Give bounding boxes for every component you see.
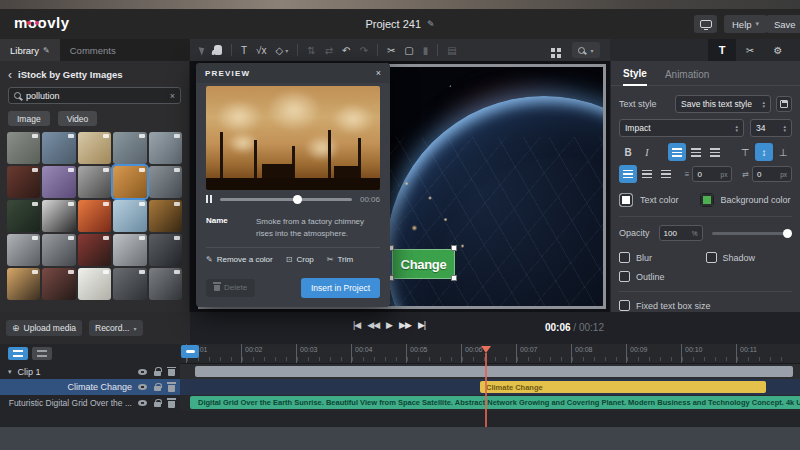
save-button[interactable]: Save ▾: [766, 15, 800, 33]
clip-digital-grid[interactable]: Digital Grid Over the Earth Sunrise. Bea…: [190, 396, 800, 409]
trim-button[interactable]: ✂ Trim: [327, 255, 353, 264]
fixed-text-box-checkbox[interactable]: [619, 300, 630, 311]
thumbnail[interactable]: [113, 200, 146, 232]
paste-icon[interactable]: ▮: [423, 45, 429, 56]
thumbnail[interactable]: [7, 234, 40, 266]
presentation-mode-button[interactable]: [694, 15, 717, 33]
selection-handle[interactable]: [451, 275, 457, 281]
track-row-climate-change[interactable]: Climate Change: [180, 379, 800, 395]
thumbnail[interactable]: [149, 234, 182, 266]
timeline-view-compact-button[interactable]: [32, 347, 52, 360]
justify-button[interactable]: [619, 165, 637, 183]
opacity-slider[interactable]: [712, 232, 792, 235]
timeline-view-rows-button[interactable]: [8, 347, 28, 360]
lock-icon[interactable]: [154, 371, 161, 376]
track-row-futuristic-grid[interactable]: Digital Grid Over the Earth Sunrise. Bea…: [180, 395, 800, 411]
insert-in-project-button[interactable]: Insert in Project: [301, 278, 380, 298]
forward-button[interactable]: ▶▶: [399, 320, 411, 330]
settings-tab[interactable]: ⚙: [764, 39, 792, 61]
thumbnail[interactable]: [7, 166, 40, 198]
eye-icon[interactable]: [138, 384, 147, 390]
preview-video[interactable]: [206, 86, 380, 190]
tab-library[interactable]: Library ✎: [0, 39, 60, 61]
cut-icon[interactable]: ✂: [387, 45, 395, 56]
tab-style[interactable]: Style: [623, 68, 647, 86]
font-family-select[interactable]: Impact: [619, 119, 744, 137]
outline-checkbox[interactable]: [619, 271, 630, 282]
slider-thumb[interactable]: [783, 229, 792, 238]
thumbnail[interactable]: [42, 234, 75, 266]
shadow-checkbox[interactable]: [706, 252, 717, 263]
clip-group-bar[interactable]: [195, 366, 793, 377]
thumbnail[interactable]: [7, 200, 40, 232]
thumbnail[interactable]: [78, 234, 111, 266]
preview-progress-slider[interactable]: [220, 198, 352, 201]
lock-icon[interactable]: [154, 386, 161, 391]
blur-checkbox[interactable]: [619, 252, 630, 263]
thumbnail[interactable]: [42, 268, 75, 300]
delete-button[interactable]: Delete: [206, 279, 255, 297]
select-tool-icon[interactable]: [200, 46, 205, 55]
record-button[interactable]: Record... ▾: [89, 320, 143, 336]
bold-button[interactable]: B: [619, 143, 637, 161]
text-color-swatch[interactable]: [619, 193, 633, 207]
font-size-select[interactable]: 34: [750, 119, 792, 137]
track-header-climate-change[interactable]: Climate Change: [0, 379, 180, 395]
layers-icon[interactable]: ▤: [447, 45, 456, 56]
align-right-button[interactable]: [706, 143, 724, 161]
tab-comments[interactable]: Comments: [60, 39, 126, 61]
trash-icon[interactable]: [168, 401, 175, 408]
valign-bottom-button[interactable]: ⊥: [774, 143, 792, 161]
opacity-input[interactable]: 100 %: [659, 225, 703, 241]
thumbnail[interactable]: [78, 200, 111, 232]
collapse-caret-icon[interactable]: ▾: [8, 368, 12, 376]
moovly-logo[interactable]: moovly: [14, 14, 70, 31]
text-properties-tab[interactable]: T: [708, 39, 736, 61]
rewind-button[interactable]: ◀◀: [367, 320, 379, 330]
copy-icon[interactable]: ▢: [404, 45, 413, 56]
eye-icon[interactable]: [138, 369, 147, 375]
italic-button[interactable]: I: [638, 143, 656, 161]
library-source-row[interactable]: ‹ iStock by Getty Images: [0, 61, 189, 80]
clip-climate-change[interactable]: Climate Change: [480, 381, 766, 393]
audio-track-toggle-button[interactable]: [181, 345, 199, 358]
stage-text-overlay[interactable]: Change: [392, 249, 455, 279]
trash-icon[interactable]: [168, 385, 175, 392]
thumbnail[interactable]: [113, 234, 146, 266]
hand-tool-icon[interactable]: [214, 45, 222, 55]
clear-search-icon[interactable]: ×: [170, 91, 175, 101]
selection-handle[interactable]: [451, 245, 457, 251]
thumbnail[interactable]: [78, 268, 111, 300]
outline-option[interactable]: Outline: [619, 271, 706, 282]
thumbnail[interactable]: [42, 166, 75, 198]
thumbnail[interactable]: [113, 166, 146, 198]
fixed-text-box-option[interactable]: Fixed text box size: [619, 300, 711, 311]
slider-thumb[interactable]: [293, 195, 302, 204]
skip-start-button[interactable]: |◀: [353, 320, 360, 330]
thumbnail[interactable]: [149, 268, 182, 300]
crop-button[interactable]: ⊡ Crop: [286, 255, 314, 264]
shape-tool-icon[interactable]: ◇▾: [276, 45, 289, 56]
filter-video-button[interactable]: Video: [58, 111, 98, 126]
list-button[interactable]: [638, 165, 656, 183]
thumbnail[interactable]: [113, 268, 146, 300]
redo-icon[interactable]: ↷: [360, 45, 368, 56]
thumbnail[interactable]: [42, 200, 75, 232]
trash-icon[interactable]: [168, 369, 175, 376]
upload-media-button[interactable]: ⊕ Upload media: [6, 320, 82, 336]
filter-image-button[interactable]: Image: [8, 111, 50, 126]
bottom-scroll-area[interactable]: [0, 427, 800, 450]
blur-option[interactable]: Blur: [619, 252, 706, 263]
thumbnail[interactable]: [42, 132, 75, 164]
thumbnail[interactable]: [149, 132, 182, 164]
thumbnail[interactable]: [7, 132, 40, 164]
line-spacing-input[interactable]: 0 px: [692, 166, 732, 182]
track-header-futuristic-grid[interactable]: Futuristic Digital Grid Over the ...: [0, 395, 180, 411]
eye-icon[interactable]: [138, 400, 147, 406]
skip-end-button[interactable]: ▶|: [418, 320, 425, 330]
remove-color-button[interactable]: ✎ Remove a color: [206, 255, 273, 264]
valign-middle-button[interactable]: ↕: [755, 143, 773, 161]
track-row-clip1[interactable]: [180, 364, 800, 379]
edit-title-icon[interactable]: ✎: [427, 19, 435, 29]
thumbnail[interactable]: [78, 132, 111, 164]
